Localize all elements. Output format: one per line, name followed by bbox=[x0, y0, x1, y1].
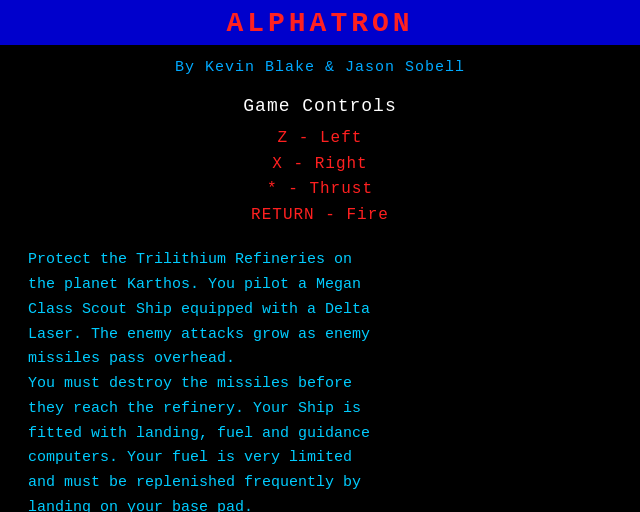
control-z: Z - Left bbox=[251, 126, 389, 152]
controls-header: Game Controls bbox=[243, 96, 396, 116]
control-star: * - Thrust bbox=[251, 177, 389, 203]
subtitle: By Kevin Blake & Jason Sobell bbox=[175, 59, 465, 76]
screen: ALPHATRON By Kevin Blake & Jason Sobell … bbox=[0, 0, 640, 512]
title-bar: ALPHATRON bbox=[0, 0, 640, 45]
game-title: ALPHATRON bbox=[226, 8, 413, 39]
game-description: Protect the Trilithium Refineries on the… bbox=[0, 248, 640, 512]
control-x: X - Right bbox=[251, 152, 389, 178]
controls-list: Z - Left X - Right * - Thrust RETURN - F… bbox=[251, 126, 389, 228]
control-return: RETURN - Fire bbox=[251, 203, 389, 229]
